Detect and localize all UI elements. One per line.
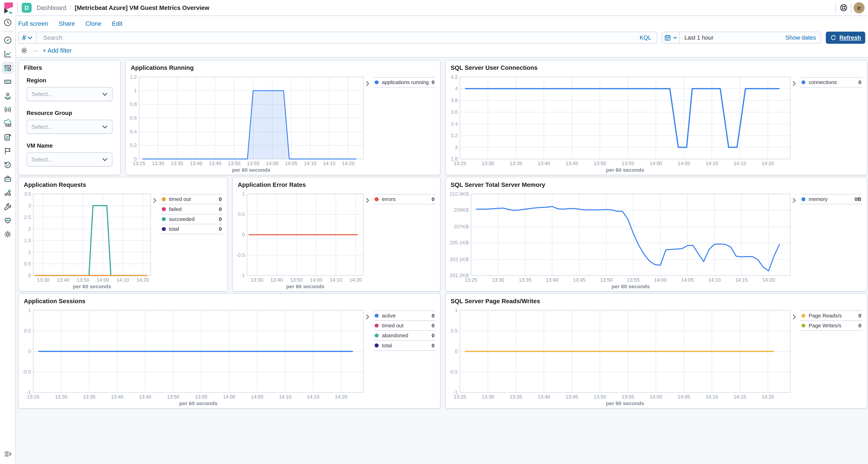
legend-item[interactable]: Page Reads/s0 [800,310,863,320]
series-label: failed [169,206,219,212]
avatar[interactable]: e [854,2,865,13]
legend-item[interactable]: Page Writes/s0 [800,320,863,331]
panel-title: Applications Running [131,64,194,71]
series-color-dot [375,197,378,201]
svg-text:0: 0 [242,232,245,237]
svg-text:3.6: 3.6 [451,110,458,115]
svg-text:-0.5: -0.5 [236,252,245,258]
legend-item[interactable]: failed0 [161,204,223,214]
show-dates-button[interactable]: Show dates [785,34,821,41]
help-icon[interactable] [839,3,848,12]
time-range-value[interactable]: Last 1 hour [679,34,785,41]
legend-expand-icon[interactable] [365,196,370,206]
svg-text:13:25: 13:25 [133,161,145,166]
sidebar-item-canvas[interactable] [0,75,16,89]
dashboard-icon [2,62,14,74]
dev-tools-icon [3,202,12,211]
svg-text:13:50: 13:50 [290,277,303,283]
sidebar-item-dev-tools[interactable] [0,199,16,213]
sidebar-item-dashboard[interactable] [0,61,16,75]
sidebar-item-metrics[interactable] [0,116,16,130]
filter-options-gear-icon[interactable] [20,47,28,55]
svg-text:14:00: 14:00 [654,277,666,283]
svg-text:per 60 seconds: per 60 seconds [179,401,218,406]
vm-name-select[interactable]: Select... [27,152,113,167]
series-color-dot [375,343,378,347]
sidebar-item-logs[interactable] [0,130,16,144]
svg-text:2.5: 2.5 [24,214,31,220]
clone-button[interactable]: Clone [85,20,101,27]
svg-text:13:30: 13:30 [482,161,494,166]
svg-text:13:35: 13:35 [510,394,522,400]
legend-item[interactable]: active0 [374,310,436,320]
applications-running-chart: 00.20.40.60.811.213:2513:3013:3513:4013:… [128,74,367,174]
legend-item[interactable]: abandoned0 [374,330,436,340]
sidebar-item-visualize[interactable] [0,47,16,61]
sidebar-item-discover[interactable] [0,33,16,47]
series-label: active [382,313,432,319]
svg-text:per 60 seconds: per 60 seconds [612,284,650,289]
legend-expand-icon[interactable] [152,196,157,206]
resource-group-select[interactable]: Select... [27,120,113,134]
sql-user-connections-chart: 2.833.23.43.63.844.213:2513:3013:3513:40… [448,74,794,174]
legend: applications running0 [374,77,436,88]
search-input[interactable]: Search [36,34,640,41]
sidebar-item-recently-viewed[interactable] [0,16,16,29]
svg-text:13:50: 13:50 [594,161,606,166]
legend-expand-icon[interactable] [792,79,797,89]
sidebar-item-management[interactable] [0,227,16,241]
svg-text:210.9KB: 210.9KB [450,191,469,197]
vm-name-label: VM Name [27,143,113,149]
svg-text:13:40: 13:40 [538,161,550,166]
legend-item[interactable]: timed out0 [374,320,436,330]
svg-text:0.5: 0.5 [451,328,458,334]
sidebar-item-apm[interactable] [0,144,16,158]
series-label: timed out [382,323,432,329]
series-color-dot [802,324,805,328]
series-value: 0 [432,196,436,202]
full-screen-button[interactable]: Full screen [18,20,48,27]
svg-text:13:35: 13:35 [510,161,522,166]
legend-item[interactable]: total0 [374,340,436,350]
series-color-dot [375,314,378,318]
space-badge[interactable]: D [22,3,32,13]
discover-icon [3,36,12,44]
legend-item[interactable]: timed out0 [161,194,223,204]
sidebar-item-machine-learning[interactable] [0,103,16,117]
legend-item[interactable]: total0 [161,224,223,234]
svg-text:per 60 seconds: per 60 seconds [286,284,324,289]
kibana-logo[interactable] [2,2,14,14]
sidebar-item-maps[interactable] [0,89,16,103]
legend-item[interactable]: memory0B [800,194,863,205]
legend-expand-icon[interactable] [792,196,797,206]
svg-text:per 60 seconds: per 60 seconds [606,167,644,173]
legend-item[interactable]: succeeded0 [161,214,223,224]
sidebar-item-stack-monitoring[interactable] [0,213,16,227]
header-divider [851,2,851,13]
query-language-button[interactable]: KQL [640,34,657,41]
legend-expand-icon[interactable] [792,312,797,322]
legend-expand-icon[interactable] [365,79,370,89]
region-select[interactable]: Select... [27,87,113,101]
legend-item[interactable]: errors0 [374,194,436,205]
add-filter-button[interactable]: + Add filter [43,47,72,54]
share-button[interactable]: Share [59,20,75,27]
sidebar-item-graph[interactable] [0,186,16,199]
legend-item[interactable]: applications running0 [374,77,436,88]
refresh-button[interactable]: Refresh [826,32,865,44]
kibana-dashboard-app: D Dashboard / [Metricbeat Azure] VM Gues… [0,0,868,464]
svg-text:0.2: 0.2 [130,143,137,148]
panel-application-requests: Application Requests 00.511.522.533.513:… [18,177,228,291]
svg-text:13:40: 13:40 [111,394,123,400]
breadcrumb-dashboard-link[interactable]: Dashboard [37,4,66,11]
edit-button[interactable]: Edit [112,20,122,27]
svg-text:13:40: 13:40 [57,277,69,283]
collapse-sidebar-button[interactable] [3,450,12,459]
svg-text:4.2: 4.2 [451,74,458,80]
calendar-menu-button[interactable] [662,32,679,43]
saved-query-menu-button[interactable]: # [19,32,36,43]
sidebar-item-siem[interactable] [0,172,16,186]
legend-item[interactable]: connections0 [800,77,863,88]
legend-expand-icon[interactable] [365,312,370,322]
sidebar-item-uptime[interactable] [0,158,16,172]
